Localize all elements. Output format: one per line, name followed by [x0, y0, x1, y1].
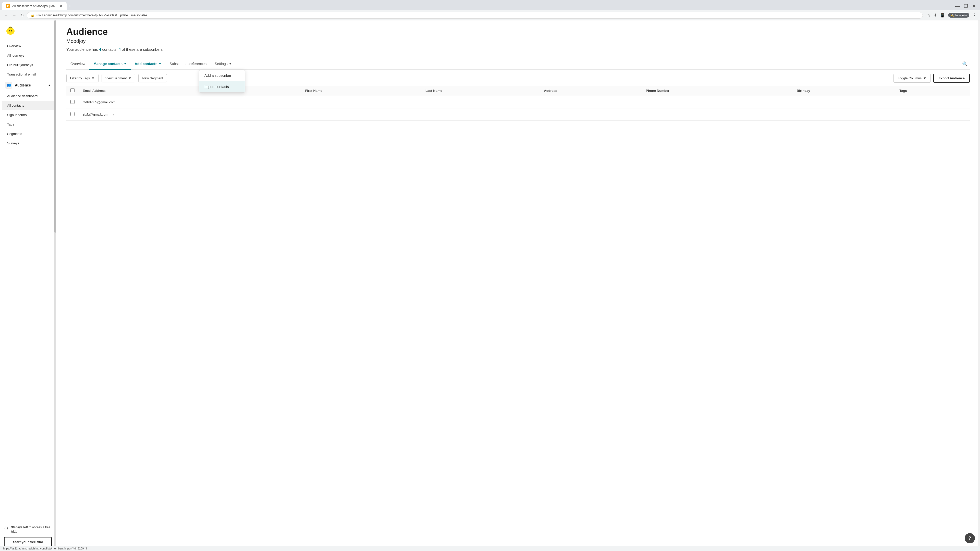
sidebar-item-overview[interactable]: Overview	[2, 41, 54, 51]
browser-menu-button[interactable]: ⋮	[972, 13, 977, 18]
audience-section-icon: 👥	[5, 82, 12, 89]
email-value: zfxfg@gmail.com	[83, 113, 108, 116]
email-cell: zfxfg@gmail.com ›	[83, 113, 297, 117]
address-bar[interactable]: 🔒 us21.admin.mailchimp.com/lists/members…	[27, 12, 923, 19]
sidebar-item-transactional[interactable]: Transactional email	[2, 70, 54, 79]
window-minimize-button[interactable]: —	[955, 3, 960, 9]
right-controls: Toggle Columns ▼ Export Audience	[894, 74, 970, 83]
address-bar-row: ← → ↻ 🔒 us21.admin.mailchimp.com/lists/m…	[0, 10, 980, 20]
row-firstname-cell	[301, 108, 422, 121]
filter-by-tags-button[interactable]: Filter by Tags ▼	[66, 74, 99, 83]
tab-favicon: M	[6, 4, 10, 8]
sidebar-item-all-journeys[interactable]: All journeys	[2, 51, 54, 60]
table-row[interactable]: fjfdbdvf85@gmail.com ›	[66, 96, 970, 108]
sidebar-item-label: Surveys	[7, 141, 19, 145]
tab-manage-contacts[interactable]: Manage contacts ▼	[89, 59, 130, 70]
main-content: Audience Moodjoy Your audience has 4 con…	[56, 21, 980, 551]
audience-icon: 👥	[6, 83, 11, 87]
sidebar-item-prebuilt-journeys[interactable]: Pre-built journeys	[2, 60, 54, 69]
download-icon[interactable]: ⬇	[934, 13, 937, 17]
sidebar-scroll-indicator	[54, 21, 56, 551]
table-header-phone: Phone Number	[641, 86, 792, 96]
toolbar-icons: ☆ ⬇ 📱 🕵 Incognito ⋮	[927, 13, 977, 18]
nav-back-button[interactable]: ←	[3, 12, 9, 19]
sidebar-item-label: Tags	[7, 122, 14, 126]
window-close-button[interactable]: ✕	[972, 3, 976, 9]
view-segment-button[interactable]: View Segment ▼	[102, 74, 135, 83]
row-lastname-cell	[422, 96, 540, 108]
row-checkbox-cell[interactable]	[66, 108, 79, 121]
row-email-cell[interactable]: zfxfg@gmail.com ›	[79, 108, 301, 121]
row-expand-icon[interactable]: ›	[113, 113, 114, 117]
trial-info: ⏱ 90 days left to access a free trial.	[4, 525, 52, 534]
sidebar-audience-section[interactable]: 👥 Audience ▲	[0, 79, 56, 91]
tab-settings[interactable]: Settings ▼	[210, 59, 235, 70]
sidebar-item-surveys[interactable]: Surveys	[2, 139, 54, 148]
main-inner: Audience Moodjoy Your audience has 4 con…	[56, 21, 980, 127]
sidebar-item-label: Segments	[7, 132, 22, 136]
row-tags-cell	[895, 96, 970, 108]
add-contacts-arrow-icon: ▼	[159, 62, 162, 65]
sidebar-item-label: All journeys	[7, 54, 24, 57]
row-phone-cell	[641, 108, 792, 121]
nav-reload-button[interactable]: ↻	[19, 12, 25, 19]
view-segment-arrow-icon: ▼	[128, 76, 132, 80]
tab-add-contacts[interactable]: Add contacts ▼	[130, 59, 165, 70]
nav-tabs: Overview Manage contacts ▼ Add contacts …	[66, 59, 970, 70]
toggle-columns-arrow-icon: ▼	[923, 76, 926, 80]
dropdown-item-import-contacts[interactable]: Import contacts	[199, 81, 245, 92]
svg-point-4	[8, 27, 13, 30]
select-all-checkbox[interactable]	[70, 88, 75, 92]
sidebar-item-label: All contacts	[7, 103, 24, 107]
sidebar-item-label: Overview	[7, 44, 21, 48]
email-cell: fjfdbdvf85@gmail.com ›	[83, 100, 297, 104]
toggle-columns-button[interactable]: Toggle Columns ▼	[894, 74, 931, 83]
sidebar-item-all-contacts[interactable]: All contacts	[2, 101, 54, 110]
tabs-container: Overview Manage contacts ▼ Add contacts …	[66, 59, 970, 70]
settings-arrow-icon: ▼	[229, 62, 232, 65]
tab-bar: M All subscribers of Moodjoy | Ma... ✕ +…	[0, 0, 980, 10]
row-checkbox-cell[interactable]	[66, 96, 79, 108]
tab-subscriber-preferences[interactable]: Subscriber preferences	[165, 59, 210, 70]
sidebar-item-label: Audience dashboard	[7, 94, 38, 98]
main-scroll-indicator	[978, 21, 980, 551]
device-icon[interactable]: 📱	[940, 13, 945, 17]
status-bar: https://us21.admin.mailchimp.com/lists/m…	[0, 546, 980, 551]
active-tab[interactable]: M All subscribers of Moodjoy | Ma... ✕	[2, 2, 67, 10]
table-body: fjfdbdvf85@gmail.com ›	[66, 96, 970, 121]
trial-text: 90 days left to access a free trial.	[11, 525, 52, 534]
sidebar-item-signup-forms[interactable]: Signup forms	[2, 110, 54, 119]
incognito-icon: 🕵	[951, 14, 954, 17]
sidebar-scroll-thumb[interactable]	[54, 21, 56, 233]
audience-chevron-icon: ▲	[48, 83, 51, 87]
sidebar-item-audience-dashboard[interactable]: Audience dashboard	[2, 92, 54, 100]
row-email-cell[interactable]: fjfdbdvf85@gmail.com ›	[79, 96, 301, 108]
app-layout: Overview All journeys Pre-built journeys…	[0, 21, 980, 551]
contacts-count: 4	[99, 47, 101, 52]
table-search-icon[interactable]: 🔍	[960, 59, 970, 69]
row-checkbox[interactable]	[70, 100, 75, 104]
filter-tags-arrow-icon: ▼	[91, 76, 95, 80]
window-restore-button[interactable]: ❐	[964, 3, 968, 9]
row-phone-cell	[641, 96, 792, 108]
bookmark-icon[interactable]: ☆	[927, 13, 931, 17]
dropdown-item-add-subscriber[interactable]: Add a subscriber	[199, 70, 245, 81]
sidebar-logo	[0, 21, 56, 41]
new-segment-button[interactable]: New Segment	[138, 74, 167, 83]
window-controls: — ❐ ✕	[955, 3, 978, 9]
table-row[interactable]: zfxfg@gmail.com ›	[66, 108, 970, 121]
incognito-label: Incognito	[955, 14, 967, 17]
export-audience-button[interactable]: Export Audience	[933, 74, 970, 83]
trial-days: 90 days left	[11, 526, 28, 529]
tab-overview[interactable]: Overview	[66, 59, 89, 70]
new-tab-button[interactable]: +	[67, 3, 73, 10]
row-expand-icon[interactable]: ›	[120, 100, 121, 104]
sidebar-item-segments[interactable]: Segments	[2, 129, 54, 138]
sidebar-item-tags[interactable]: Tags	[2, 120, 54, 129]
nav-forward-button[interactable]: →	[11, 12, 18, 19]
row-checkbox[interactable]	[70, 112, 75, 116]
tab-close-button[interactable]: ✕	[59, 4, 62, 8]
help-button[interactable]: ?	[965, 533, 975, 543]
table-header-last-name: Last Name	[422, 86, 540, 96]
lock-icon: 🔒	[30, 14, 35, 17]
